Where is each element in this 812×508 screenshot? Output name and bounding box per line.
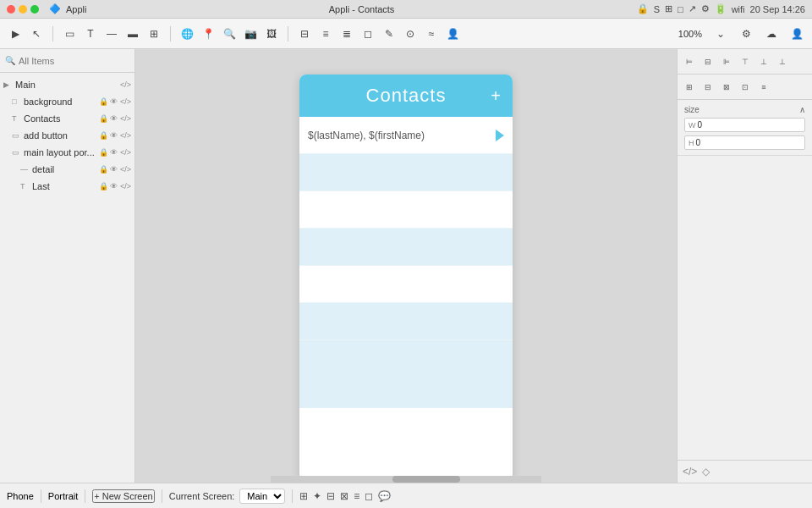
align-left[interactable]: ⊨ <box>681 53 698 70</box>
user-tool[interactable]: 👤 <box>442 24 463 44</box>
cursor-tool[interactable]: ↖ <box>26 24 47 44</box>
search-input[interactable] <box>19 56 135 66</box>
expand-icon[interactable]: ∧ <box>799 105 805 114</box>
text-tool[interactable]: T <box>80 24 101 44</box>
layer-item-add-button[interactable]: ▭ add button 🔒 👁 </> <box>0 127 134 144</box>
scrollbar-thumb[interactable] <box>392 476 460 483</box>
size-row: W 0 <box>684 118 805 132</box>
list-view[interactable]: ≡ <box>755 79 772 96</box>
preview-icon[interactable]: ◇ <box>702 466 710 478</box>
rect-tool[interactable]: ▭ <box>59 24 80 44</box>
stack-icon[interactable]: ⊟ <box>326 490 335 502</box>
align-tools: ⊨ ⊟ ⊫ ⊤ ⊥ ⊥ <box>681 53 791 70</box>
list-icon[interactable]: ≡ <box>354 490 359 502</box>
settings-btn[interactable]: ⚙ <box>736 24 756 44</box>
minimize-btn[interactable] <box>19 5 27 14</box>
phone-header: Contacts + <box>299 75 513 117</box>
system-icon-1: 🔒 <box>637 3 649 14</box>
screen-select[interactable]: Main <box>239 489 285 504</box>
search-tool[interactable]: 🔍 <box>219 24 239 44</box>
chat-icon[interactable]: 💬 <box>378 490 391 502</box>
phone-row-3[interactable] <box>299 191 513 229</box>
maximize-btn[interactable] <box>30 5 39 14</box>
width-field[interactable]: W 0 <box>684 118 805 132</box>
toolbar-shapes: ▭ T — ▬ ⊞ <box>59 24 164 44</box>
element-icon[interactable]: ✦ <box>313 490 321 502</box>
chart-tool[interactable]: ≣ <box>337 24 357 44</box>
cloud-btn[interactable]: ☁ <box>761 24 782 44</box>
code-view-icon[interactable]: </> <box>683 466 697 478</box>
image-tool[interactable]: 🖼 <box>261 24 282 44</box>
layer-item-detail[interactable]: — detail 🔒 👁 </> <box>0 161 134 178</box>
group-icon: ▭ <box>12 131 22 140</box>
zoom-level: 100% <box>675 29 705 39</box>
height-field[interactable]: H 0 <box>684 135 805 150</box>
flow-icon[interactable]: ◻ <box>365 490 373 502</box>
sep1 <box>52 26 53 41</box>
resize[interactable]: ⊠ <box>718 79 735 96</box>
new-screen-btn[interactable]: + New Screen <box>92 489 154 503</box>
layer-item-main[interactable]: ▶ Main </> <box>0 76 134 93</box>
globe-tool[interactable]: 🌐 <box>177 24 197 44</box>
phone-row-4[interactable] <box>299 229 513 266</box>
grid-view[interactable]: ⊡ <box>737 79 754 96</box>
system-icon-5: ↗ <box>689 3 696 14</box>
data-icon[interactable]: ⊠ <box>340 490 348 502</box>
gesture-tool[interactable]: ≈ <box>421 24 442 44</box>
zoom-options[interactable]: ⌄ <box>710 24 731 44</box>
left-panel: 🔍 ▼ ▶ Main </> □ background 🔒 👁 </> T Co… <box>0 49 135 483</box>
layer-icons: 🔒 👁 </> <box>99 114 131 123</box>
component-icon[interactable]: ⊞ <box>299 490 308 502</box>
dist-v[interactable]: ⊟ <box>700 79 716 96</box>
screen-tool[interactable]: ◻ <box>358 24 378 44</box>
rect-icon: □ <box>12 97 22 106</box>
camera-tool[interactable]: 📷 <box>240 24 261 44</box>
align-center-v[interactable]: ⊥ <box>755 53 772 70</box>
sep-bottom-3 <box>162 489 162 503</box>
edit-tool[interactable]: ✎ <box>379 24 399 44</box>
layer-name: detail <box>32 164 54 174</box>
phone-row-first[interactable]: $(lastName), $(firstName) <box>299 117 513 154</box>
current-screen-section: Current Screen: Main <box>169 489 286 504</box>
layer-item-background[interactable]: □ background 🔒 👁 </> <box>0 93 134 110</box>
shape-tool[interactable]: ▬ <box>123 24 143 44</box>
screen-type: Phone <box>7 491 34 501</box>
main-content: 🔍 ▼ ▶ Main </> □ background 🔒 👁 </> T Co… <box>0 49 812 483</box>
layer-name: background <box>24 97 73 107</box>
search-bar: 🔍 ▼ <box>0 49 134 73</box>
toolbar-right: 100% ⌄ ⚙ ☁ 👤 <box>675 24 807 44</box>
component-tool[interactable]: ⊟ <box>294 24 315 44</box>
layer-item-last[interactable]: T Last 🔒 👁 </> <box>0 178 134 195</box>
align-top[interactable]: ⊤ <box>737 53 754 70</box>
sep-bottom-2 <box>85 489 85 503</box>
system-icon-4: □ <box>678 4 683 14</box>
phone-label: Phone <box>7 491 34 501</box>
grid-tool[interactable]: ⊞ <box>144 24 164 44</box>
timer-tool[interactable]: ≡ <box>315 24 336 44</box>
phone-row-6[interactable] <box>299 303 513 340</box>
phone-bottom-padding <box>299 340 513 408</box>
top-menubar: 🔷 Appli Appli - Contacts 🔒 S ⊞ □ ↗ ⚙ 🔋 w… <box>0 0 812 19</box>
canvas-scrollbar[interactable] <box>271 476 541 483</box>
h-value: 0 <box>696 138 701 147</box>
phone-add-button[interactable]: + <box>491 86 501 106</box>
layer-tree: ▶ Main </> □ background 🔒 👁 </> T Contac… <box>0 73 134 483</box>
play-button[interactable]: ▶ <box>5 24 25 44</box>
layer-item-contacts[interactable]: T Contacts 🔒 👁 </> <box>0 110 134 127</box>
text-icon2: T <box>20 182 30 190</box>
map-tool[interactable]: 📍 <box>198 24 218 44</box>
portrait-label: Portrait <box>48 491 78 501</box>
align-bottom[interactable]: ⊥ <box>774 53 791 70</box>
layer-item-main-layout[interactable]: ▭ main layout por... 🔒 👁 </> <box>0 144 134 161</box>
phone-row-5[interactable] <box>299 266 513 303</box>
dist-h[interactable]: ⊞ <box>681 79 698 96</box>
profile-btn[interactable]: 👤 <box>787 24 807 44</box>
align-right[interactable]: ⊫ <box>718 53 735 70</box>
line-tool[interactable]: — <box>102 24 122 44</box>
align-center-h[interactable]: ⊟ <box>700 53 716 70</box>
phone-row-2[interactable] <box>299 154 513 191</box>
canvas-area[interactable]: Contacts + $(lastName), $(firstName) <box>135 49 677 483</box>
close-btn[interactable] <box>7 5 15 14</box>
layer-name: Last <box>32 181 50 191</box>
link-tool[interactable]: ⊙ <box>400 24 420 44</box>
